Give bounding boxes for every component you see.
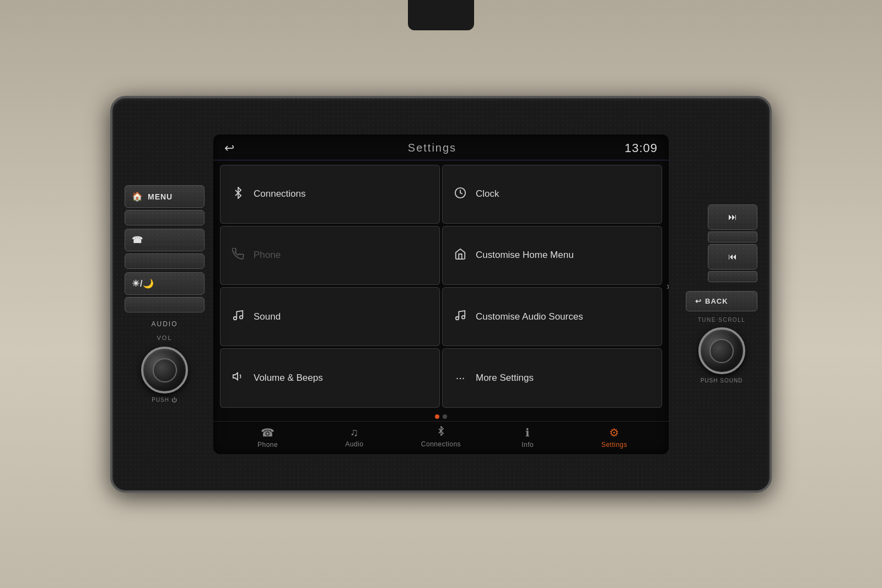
dashboard: 🏠 MENU ☎ ☀/🌙 AUDIO VOL PUSH ⏻ [0,0,882,588]
nav-connections-label: Connections [421,440,461,448]
svg-point-3 [456,317,459,320]
menu-item-customise-audio[interactable]: Customise Audio Sources [442,287,662,346]
next-track-button[interactable]: ⏭ [708,204,757,230]
nav-audio-icon: ♫ [350,426,358,439]
customise-home-label: Customise Home Menu [476,249,574,261]
nav-settings-label: Settings [601,441,627,449]
back-label: BACK [705,297,728,305]
menu-item-volume-beeps[interactable]: Volume & Beeps [220,348,440,407]
dot-indicator [213,412,669,421]
menu-item-clock[interactable]: Clock [442,165,662,224]
nav-settings[interactable]: ⚙ Settings [592,426,636,449]
menu-item-customise-home[interactable]: Customise Home Menu [442,226,662,285]
menu-slider [125,210,205,225]
nav-phone-icon: ☎ [261,426,275,439]
display-slider [125,297,205,312]
tune-scroll-knob[interactable] [698,327,745,374]
back-arrow-icon[interactable]: ↩ [224,141,234,155]
bluetooth-icon [230,187,246,202]
push-power-label: PUSH ⏻ [152,397,178,403]
menu-item-phone: Phone [220,226,440,285]
more-settings-label: More Settings [476,372,534,384]
nav-info-icon: ℹ [525,426,530,439]
tune-scroll-label: TUNE·SCROLL [686,317,757,323]
svg-point-1 [234,317,237,320]
audio-label: AUDIO [125,320,205,328]
connections-label: Connections [254,188,306,200]
next-slider [708,231,757,242]
prev-slider [708,271,757,282]
phone-menu-icon [230,248,246,263]
volume-knob[interactable] [141,347,188,393]
main-screen: ↩ Settings 13:09 Connections [213,134,669,454]
home-icon: 🏠 [132,191,143,202]
back-arrow-btn-icon: ↩ [695,297,702,305]
menu-button[interactable]: 🏠 MENU [125,185,205,208]
phone-label: Phone [254,249,281,261]
screen-clock: 13:09 [625,141,658,155]
bottom-nav: ☎ Phone ♫ Audio Connections ℹ [213,421,669,454]
head-unit: 🏠 MENU ☎ ☀/🌙 AUDIO VOL PUSH ⏻ [110,96,772,493]
svg-point-2 [240,316,243,319]
nav-settings-icon: ⚙ [609,426,619,439]
prev-track-button[interactable]: ⏮ [708,244,757,269]
svg-marker-5 [233,373,238,380]
menu-item-more-settings[interactable]: ··· More Settings [442,348,662,407]
nav-audio-label: Audio [345,440,363,448]
screen-header: ↩ Settings 13:09 [213,134,669,160]
display-button[interactable]: ☀/🌙 [125,272,205,295]
audio-sources-icon [453,309,468,324]
nav-info-label: Info [521,441,534,449]
vol-knob-container: PUSH ⏻ [125,347,205,403]
customise-audio-label: Customise Audio Sources [476,311,583,323]
sound-label: Sound [254,311,281,323]
nav-connections-icon [436,426,446,439]
next-icon: ⏭ [728,212,737,222]
grid-arrow: › [666,280,669,292]
left-panel: 🏠 MENU ☎ ☀/🌙 AUDIO VOL PUSH ⏻ [125,185,205,403]
nav-audio[interactable]: ♫ Audio [332,426,377,448]
phone-icon: ☎ [132,235,143,245]
menu-grid: Connections Clock [213,160,669,412]
nav-phone[interactable]: ☎ Phone [246,426,290,449]
nav-phone-label: Phone [257,441,278,449]
volume-beeps-label: Volume & Beeps [254,372,323,384]
dot-2 [443,414,447,419]
phone-button[interactable]: ☎ [125,229,205,251]
back-button[interactable]: ↩ BACK [686,291,757,311]
dots-icon: ··· [453,371,468,384]
clock-label: Clock [476,188,499,200]
prev-icon: ⏮ [728,252,737,262]
vol-label: VOL [125,335,205,341]
menu-item-sound[interactable]: Sound [220,287,440,346]
speaker-icon [230,370,246,385]
sound-icon [230,309,246,324]
push-sound-label: PUSH SOUND [701,377,743,384]
top-vent [408,0,474,30]
tune-knob-container: PUSH SOUND [686,327,757,384]
nav-info[interactable]: ℹ Info [505,426,550,449]
display-icon: ☀/🌙 [132,278,154,289]
right-panel: ⏭ ⏮ ↩ BACK TUNE·SCROLL PUSH SOUND [677,204,757,384]
media-controls-group: ⏭ ⏮ [708,204,757,282]
home-customise-icon [453,248,468,263]
svg-point-4 [462,316,465,319]
screen-title: Settings [240,142,625,154]
clock-icon [453,187,468,202]
menu-item-connections[interactable]: Connections [220,165,440,224]
dot-1 [435,414,439,419]
phone-slider [125,253,205,269]
nav-connections[interactable]: Connections [419,426,463,448]
